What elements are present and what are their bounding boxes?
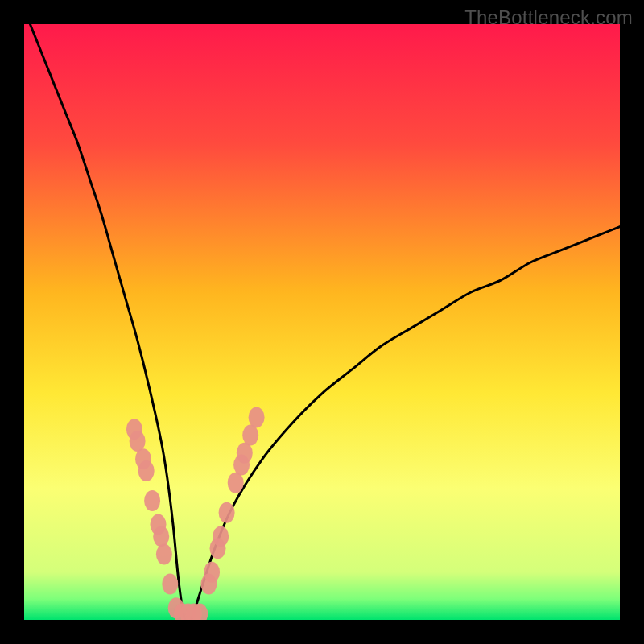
gradient-background [24,24,620,620]
marker-point [156,544,172,565]
marker-point [213,526,229,547]
marker-point [162,574,178,595]
marker-point [204,562,220,583]
marker-point [242,425,258,446]
marker-point [237,443,253,464]
chart-svg [24,24,620,620]
plot-area [24,24,620,620]
marker-point [228,473,244,493]
marker-point [219,502,235,523]
marker-point [144,490,160,511]
chart-frame: TheBottleneck.com [0,0,644,644]
marker-point [130,431,146,452]
marker-point [153,526,169,547]
marker-point [138,460,155,481]
marker-point [249,407,265,427]
